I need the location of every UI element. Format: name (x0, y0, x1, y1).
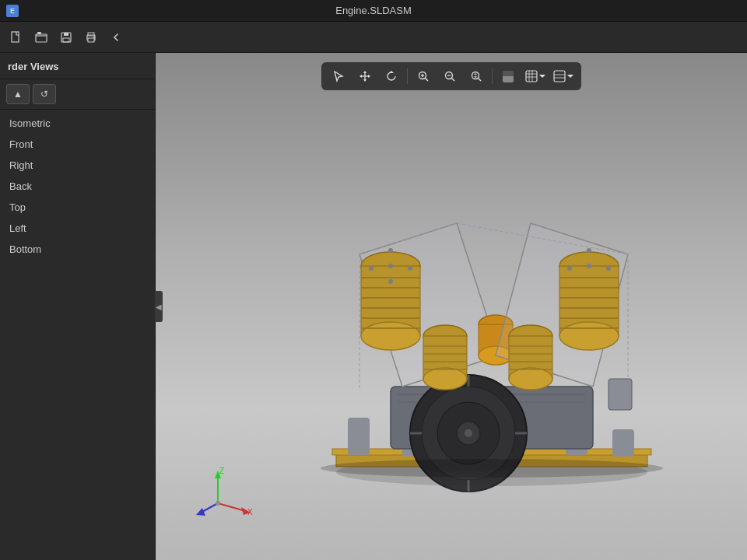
svg-marker-34 (539, 75, 545, 78)
svg-point-90 (509, 368, 552, 390)
svg-marker-27 (474, 76, 477, 78)
svg-marker-38 (567, 75, 573, 78)
save-button[interactable] (54, 26, 78, 48)
toolbar-separator-1 (407, 68, 408, 84)
ground-reflection (156, 467, 747, 560)
svg-marker-16 (389, 71, 394, 73)
move-up-button[interactable]: ▲ (6, 84, 30, 104)
svg-point-102 (388, 248, 393, 253)
svg-point-81 (559, 322, 619, 350)
engine-model (289, 145, 694, 503)
svg-point-99 (388, 264, 393, 268)
pan-tool-button[interactable] (352, 65, 377, 87)
svg-point-105 (606, 266, 611, 271)
svg-point-61 (361, 322, 420, 350)
view-list: Isometric Front Right Back Top Left Bott… (0, 110, 155, 560)
view-toolbar (321, 62, 581, 90)
view-item-back[interactable]: Back (0, 176, 155, 197)
svg-line-25 (479, 79, 482, 82)
left-panel: rder Views ▲ ↺ Isometric Front Right Bac… (0, 53, 156, 560)
main-toolbar (0, 22, 747, 53)
svg-point-104 (587, 264, 591, 268)
svg-point-53 (465, 429, 472, 437)
view-item-top[interactable]: Top (0, 197, 155, 218)
svg-rect-4 (64, 33, 68, 36)
svg-rect-0 (12, 32, 19, 42)
window-title: Engine.SLDASM (335, 5, 412, 16)
view-item-right[interactable]: Right (0, 155, 155, 176)
panel-controls: ▲ ↺ (0, 79, 155, 110)
view-item-isometric[interactable]: Isometric (0, 113, 155, 134)
engine-svg (289, 145, 694, 503)
svg-rect-42 (348, 418, 370, 455)
view-item-left[interactable]: Left (0, 218, 155, 239)
viewport[interactable]: Z X (156, 53, 747, 560)
svg-point-9 (93, 37, 95, 38)
zoom-in-button[interactable] (411, 65, 436, 87)
svg-rect-2 (37, 32, 41, 34)
svg-rect-35 (554, 71, 565, 82)
print-button[interactable] (79, 26, 103, 48)
svg-marker-14 (359, 75, 362, 78)
toolbar-separator-2 (492, 68, 493, 84)
svg-point-103 (388, 279, 393, 284)
panel-collapse-handle[interactable]: ◀ (155, 291, 163, 322)
svg-rect-5 (63, 38, 69, 42)
rotate-tool-button[interactable] (379, 65, 404, 87)
svg-point-107 (587, 248, 591, 253)
svg-point-70 (423, 368, 467, 390)
app-icon: E (6, 5, 19, 17)
svg-marker-12 (363, 71, 366, 73)
refresh-views-button[interactable]: ↺ (33, 84, 56, 104)
svg-rect-108 (608, 379, 632, 410)
svg-point-101 (369, 266, 374, 271)
scene-dropdown[interactable] (550, 65, 577, 87)
svg-point-24 (472, 72, 479, 79)
main-layout: rder Views ▲ ↺ Isometric Front Right Bac… (0, 53, 747, 560)
shaded-mode-button[interactable] (496, 65, 521, 87)
svg-line-22 (452, 79, 455, 82)
new-button[interactable] (5, 26, 28, 48)
panel-title: rder Views (0, 53, 155, 79)
svg-rect-29 (526, 71, 537, 82)
open-button[interactable] (30, 26, 53, 48)
svg-line-18 (426, 79, 429, 82)
view-item-bottom[interactable]: Bottom (0, 239, 155, 260)
svg-marker-13 (363, 79, 366, 82)
svg-rect-45 (612, 429, 634, 457)
svg-marker-15 (368, 75, 370, 78)
svg-marker-26 (474, 73, 477, 75)
svg-point-106 (567, 266, 572, 271)
zoom-fit-button[interactable] (464, 65, 489, 87)
collapse-toolbar-button[interactable] (104, 26, 128, 48)
svg-point-100 (408, 266, 412, 271)
display-style-dropdown[interactable] (522, 65, 549, 87)
view-item-front[interactable]: Front (0, 134, 155, 155)
svg-rect-7 (88, 38, 94, 42)
select-tool-button[interactable] (326, 65, 351, 87)
title-bar: E Engine.SLDASM (0, 0, 747, 22)
zoom-out-button[interactable] (437, 65, 462, 87)
